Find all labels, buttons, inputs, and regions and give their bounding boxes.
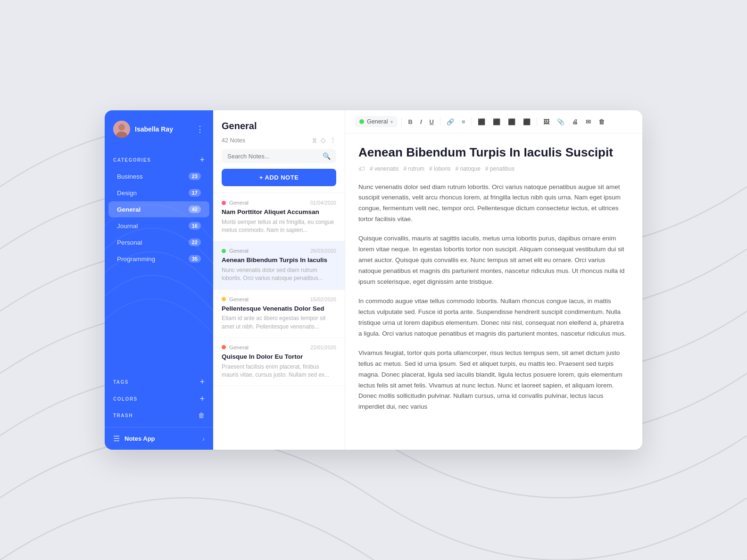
categories-nav: Business 23 Design 17 General 42 Journal… <box>105 168 213 371</box>
note-date: 01/04/2020 <box>310 200 336 206</box>
note-dot <box>222 201 226 205</box>
add-note-button[interactable]: + ADD NOTE <box>222 169 336 186</box>
chevron-right-icon: › <box>202 435 205 443</box>
colors-section[interactable]: COLORS + <box>105 390 213 407</box>
note-item[interactable]: General 01/04/2020 Nam Porttitor Aliquet… <box>213 193 345 241</box>
note-category: General <box>229 248 307 254</box>
add-category-button[interactable]: + <box>199 156 205 164</box>
tag-icon: 🏷 <box>358 165 365 173</box>
note-title: Pellentesque Venenatis Dolor Sed <box>222 305 336 313</box>
italic-button[interactable]: I <box>418 116 424 127</box>
note-dot <box>222 345 226 349</box>
sidebar-bottom-section: TAGS + COLORS + TRASH 🗑 <box>105 371 213 427</box>
sidebar-item-general[interactable]: General 42 <box>108 201 209 217</box>
attachment-button[interactable]: 📎 <box>555 116 567 127</box>
note-item[interactable]: General 15/02/2020 Pellentesque Venenati… <box>213 290 345 338</box>
sidebar-item-label: General <box>117 206 141 213</box>
toolbar-divider <box>401 117 402 126</box>
note-preview: Praesent facilisis enim placerat, finibu… <box>222 363 336 379</box>
sidebar-item-programming[interactable]: Programming 35 <box>108 251 209 267</box>
editor-body: Nunc venenatis dolor sed diam rutrum lob… <box>358 182 629 413</box>
sidebar-item-label: Personal <box>117 239 142 246</box>
notes-count-row: 42 Notes ⧖ ◇ ⋮ <box>222 136 336 144</box>
user-name: Isabella Ray <box>135 125 173 133</box>
note-preview: Nunc venenatis dolor sed diam rutrum lob… <box>222 266 336 283</box>
sidebar-user[interactable]: Isabella Ray <box>113 121 173 138</box>
app-container: Isabella Ray ⋮ CATEGORIES + Business 23 … <box>105 110 642 450</box>
tag-item: # loboris <box>429 165 450 172</box>
note-date: 15/02/2020 <box>310 296 336 302</box>
search-input[interactable] <box>227 153 319 160</box>
sidebar-item-journal[interactable]: Journal 16 <box>108 218 209 234</box>
list-button[interactable]: ≡ <box>459 116 468 127</box>
chevron-down-icon: ▾ <box>390 119 393 124</box>
note-category: General <box>229 200 307 206</box>
svg-point-1 <box>118 124 125 131</box>
notes-count: 42 Notes <box>222 137 245 144</box>
notes-panel-title: General <box>222 121 336 132</box>
notes-header: General 42 Notes ⧖ ◇ ⋮ 🔍 + ADD NOTE <box>213 110 345 193</box>
trash-label: TRASH <box>113 413 133 418</box>
tag-item: # natoque <box>455 165 480 172</box>
note-meta: General 26/03/2020 <box>222 248 336 254</box>
footer-left: ☰ Notes App <box>113 434 155 443</box>
align-justify-button[interactable]: ⬛ <box>521 116 533 127</box>
align-left-button[interactable]: ⬛ <box>475 116 488 127</box>
toolbar-category-dropdown[interactable]: General ▾ <box>355 116 398 127</box>
bookmark-icon[interactable]: ◇ <box>321 136 326 144</box>
sidebar: Isabella Ray ⋮ CATEGORIES + Business 23 … <box>105 110 213 450</box>
note-meta: General 22/01/2020 <box>222 345 336 350</box>
category-label: General <box>367 118 388 125</box>
category-color-dot <box>359 119 364 124</box>
note-date: 26/03/2020 <box>310 248 336 254</box>
categories-section-header: CATEGORIES + <box>105 148 213 168</box>
sidebar-menu-icon[interactable]: ⋮ <box>196 124 205 134</box>
sidebar-item-design[interactable]: Design 17 <box>108 185 209 201</box>
editor-content[interactable]: Aenean Bibendum Turpis In Iaculis Suscip… <box>345 133 642 450</box>
sidebar-item-personal[interactable]: Personal 22 <box>108 234 209 250</box>
toolbar-divider <box>537 117 537 126</box>
editor-paragraph: Quisque convallis, mauris at sagittis ia… <box>358 233 629 288</box>
trash-icon: 🗑 <box>198 412 205 419</box>
tag-item: # penatibus <box>485 165 515 172</box>
print-button[interactable]: 🖨 <box>570 116 581 127</box>
link-button[interactable]: 🔗 <box>444 116 456 127</box>
underline-button[interactable]: U <box>427 116 436 127</box>
menu-icon: ☰ <box>113 434 120 443</box>
send-button[interactable]: ✉ <box>583 116 593 127</box>
note-date: 22/01/2020 <box>310 345 336 350</box>
note-dot <box>222 297 226 301</box>
note-item[interactable]: General 26/03/2020 Aenean Bibendum Turpi… <box>213 241 345 289</box>
sidebar-item-badge: 23 <box>189 173 201 180</box>
tag-item: # venenatis <box>370 165 398 172</box>
align-center-button[interactable]: ⬛ <box>490 116 503 127</box>
tags-label: TAGS <box>113 379 129 385</box>
editor-title-area: Aenean Bibendum Turpis In Iaculis Suscip… <box>358 145 629 173</box>
tags-section[interactable]: TAGS + <box>105 373 213 390</box>
filter-icon[interactable]: ⧖ <box>312 136 317 144</box>
add-color-button[interactable]: + <box>199 395 205 403</box>
bold-button[interactable]: B <box>406 116 415 127</box>
sidebar-footer[interactable]: ☰ Notes App › <box>105 427 213 450</box>
footer-label: Notes App <box>124 435 155 442</box>
sidebar-item-label: Business <box>117 173 143 180</box>
notes-actions: ⧖ ◇ ⋮ <box>312 136 336 144</box>
delete-button[interactable]: 🗑 <box>596 116 607 127</box>
trash-section[interactable]: TRASH 🗑 <box>105 407 213 423</box>
sidebar-item-badge: 35 <box>189 255 201 263</box>
image-button[interactable]: 🖼 <box>541 116 552 127</box>
note-preview: Etiam id ante ac libero egestas tempor s… <box>222 314 336 331</box>
note-meta: General 01/04/2020 <box>222 200 336 206</box>
sidebar-item-business[interactable]: Business 23 <box>108 168 209 184</box>
more-icon[interactable]: ⋮ <box>330 136 336 144</box>
sidebar-item-badge: 16 <box>189 222 201 230</box>
toolbar-divider <box>440 117 440 126</box>
editor-paragraph: In commodo augue vitae tellus commodo lo… <box>358 296 629 339</box>
add-tag-button[interactable]: + <box>199 378 205 386</box>
align-right-button[interactable]: ⬛ <box>506 116 518 127</box>
note-title: Quisque In Dolor Eu Tortor <box>222 353 336 361</box>
note-item[interactable]: General 22/01/2020 Quisque In Dolor Eu T… <box>213 338 345 386</box>
categories-label: CATEGORIES <box>113 157 151 163</box>
editor-tags: 🏷 # venenatis # rutrum # loboris # natoq… <box>358 165 629 173</box>
editor-panel: General ▾ B I U 🔗 ≡ ⬛ ⬛ ⬛ ⬛ 🖼 📎 🖨 ✉ 🗑 Ae… <box>345 110 642 450</box>
